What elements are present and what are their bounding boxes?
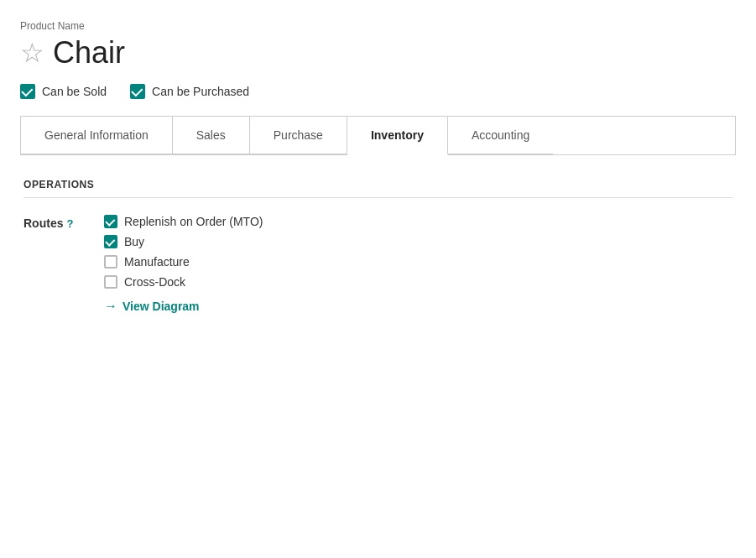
- product-title-row: ☆ Chair: [20, 35, 736, 70]
- can-be-purchased-label: Can be Purchased: [152, 85, 249, 98]
- route-mto-label: Replenish on Order (MTO): [124, 215, 263, 228]
- route-manufacture-checkbox[interactable]: [104, 255, 117, 269]
- routes-row: Routes ? Replenish on Order (MTO) Buy Ma…: [23, 215, 733, 314]
- route-cross-dock-checkbox[interactable]: [104, 275, 117, 289]
- view-diagram-arrow-icon: →: [104, 299, 117, 314]
- tab-inventory[interactable]: Inventory: [347, 117, 448, 155]
- routes-options: Replenish on Order (MTO) Buy Manufacture…: [104, 215, 263, 314]
- route-item-buy: Buy: [104, 235, 263, 248]
- view-diagram-label: View Diagram: [123, 300, 200, 313]
- view-diagram-link[interactable]: → View Diagram: [104, 299, 263, 314]
- routes-help-icon[interactable]: ?: [66, 217, 73, 230]
- routes-text: Routes: [23, 216, 63, 230]
- tab-general-information[interactable]: General Information: [21, 117, 173, 154]
- route-item-cross-dock: Cross-Dock: [104, 275, 263, 289]
- route-buy-checkbox[interactable]: [104, 235, 117, 248]
- can-be-purchased-checkbox[interactable]: [130, 84, 145, 99]
- can-be-sold-label: Can be Sold: [42, 85, 107, 98]
- tab-accounting[interactable]: Accounting: [448, 117, 553, 154]
- route-item-mto: Replenish on Order (MTO): [104, 215, 263, 228]
- tab-purchase[interactable]: Purchase: [250, 117, 347, 154]
- can-be-sold-item: Can be Sold: [20, 84, 107, 99]
- operations-title: OPERATIONS: [23, 179, 733, 198]
- product-name: Chair: [53, 35, 125, 70]
- favorite-star-icon[interactable]: ☆: [20, 39, 44, 66]
- routes-label: Routes ?: [23, 215, 91, 230]
- route-mto-checkbox[interactable]: [104, 215, 117, 228]
- route-item-manufacture: Manufacture: [104, 255, 263, 269]
- tabs-container: General Information Sales Purchase Inven…: [20, 116, 736, 154]
- tab-sales[interactable]: Sales: [173, 117, 250, 154]
- can-be-purchased-item: Can be Purchased: [130, 84, 249, 99]
- checkboxes-row: Can be Sold Can be Purchased: [20, 84, 736, 99]
- route-cross-dock-label: Cross-Dock: [124, 275, 185, 289]
- operations-section: OPERATIONS Routes ? Replenish on Order (…: [20, 179, 736, 314]
- route-buy-label: Buy: [124, 235, 144, 248]
- route-manufacture-label: Manufacture: [124, 255, 190, 269]
- can-be-sold-checkbox[interactable]: [20, 84, 35, 99]
- product-name-label: Product Name: [20, 20, 736, 32]
